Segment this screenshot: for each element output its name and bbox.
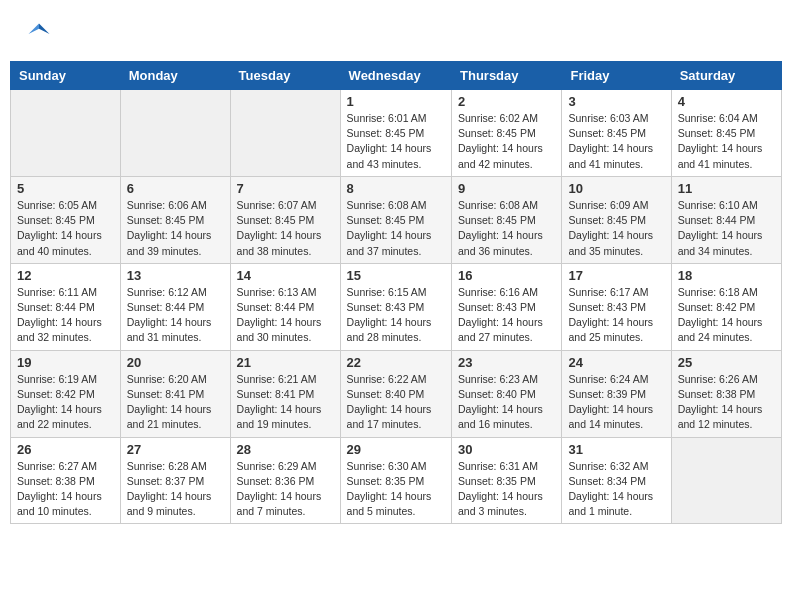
calendar-cell: 20Sunrise: 6:20 AM Sunset: 8:41 PM Dayli… <box>120 350 230 437</box>
day-number: 23 <box>458 355 555 370</box>
day-number: 3 <box>568 94 664 109</box>
day-info: Sunrise: 6:28 AM Sunset: 8:37 PM Dayligh… <box>127 459 224 520</box>
day-info: Sunrise: 6:24 AM Sunset: 8:39 PM Dayligh… <box>568 372 664 433</box>
day-info: Sunrise: 6:03 AM Sunset: 8:45 PM Dayligh… <box>568 111 664 172</box>
calendar-cell <box>230 90 340 177</box>
day-number: 6 <box>127 181 224 196</box>
day-info: Sunrise: 6:08 AM Sunset: 8:45 PM Dayligh… <box>347 198 445 259</box>
calendar-cell: 30Sunrise: 6:31 AM Sunset: 8:35 PM Dayli… <box>452 437 562 524</box>
day-number: 25 <box>678 355 775 370</box>
day-number: 11 <box>678 181 775 196</box>
day-info: Sunrise: 6:31 AM Sunset: 8:35 PM Dayligh… <box>458 459 555 520</box>
calendar-cell: 3Sunrise: 6:03 AM Sunset: 8:45 PM Daylig… <box>562 90 671 177</box>
day-number: 24 <box>568 355 664 370</box>
calendar-cell <box>11 90 121 177</box>
day-info: Sunrise: 6:20 AM Sunset: 8:41 PM Dayligh… <box>127 372 224 433</box>
calendar-cell: 1Sunrise: 6:01 AM Sunset: 8:45 PM Daylig… <box>340 90 451 177</box>
calendar-cell: 25Sunrise: 6:26 AM Sunset: 8:38 PM Dayli… <box>671 350 781 437</box>
calendar-cell: 31Sunrise: 6:32 AM Sunset: 8:34 PM Dayli… <box>562 437 671 524</box>
day-info: Sunrise: 6:27 AM Sunset: 8:38 PM Dayligh… <box>17 459 114 520</box>
day-info: Sunrise: 6:32 AM Sunset: 8:34 PM Dayligh… <box>568 459 664 520</box>
svg-marker-1 <box>29 24 40 35</box>
day-number: 4 <box>678 94 775 109</box>
calendar-week-row: 1Sunrise: 6:01 AM Sunset: 8:45 PM Daylig… <box>11 90 782 177</box>
logo <box>25 20 57 48</box>
day-info: Sunrise: 6:23 AM Sunset: 8:40 PM Dayligh… <box>458 372 555 433</box>
day-number: 17 <box>568 268 664 283</box>
calendar-week-row: 12Sunrise: 6:11 AM Sunset: 8:44 PM Dayli… <box>11 263 782 350</box>
calendar-cell: 23Sunrise: 6:23 AM Sunset: 8:40 PM Dayli… <box>452 350 562 437</box>
calendar-cell: 24Sunrise: 6:24 AM Sunset: 8:39 PM Dayli… <box>562 350 671 437</box>
day-number: 8 <box>347 181 445 196</box>
day-info: Sunrise: 6:15 AM Sunset: 8:43 PM Dayligh… <box>347 285 445 346</box>
day-number: 29 <box>347 442 445 457</box>
day-info: Sunrise: 6:08 AM Sunset: 8:45 PM Dayligh… <box>458 198 555 259</box>
calendar-week-row: 5Sunrise: 6:05 AM Sunset: 8:45 PM Daylig… <box>11 176 782 263</box>
calendar-cell <box>120 90 230 177</box>
day-info: Sunrise: 6:06 AM Sunset: 8:45 PM Dayligh… <box>127 198 224 259</box>
page-header <box>10 10 782 53</box>
calendar-cell: 11Sunrise: 6:10 AM Sunset: 8:44 PM Dayli… <box>671 176 781 263</box>
calendar-cell: 26Sunrise: 6:27 AM Sunset: 8:38 PM Dayli… <box>11 437 121 524</box>
calendar-table: SundayMondayTuesdayWednesdayThursdayFrid… <box>10 61 782 524</box>
weekday-header: Saturday <box>671 62 781 90</box>
day-number: 27 <box>127 442 224 457</box>
day-info: Sunrise: 6:09 AM Sunset: 8:45 PM Dayligh… <box>568 198 664 259</box>
calendar-cell: 12Sunrise: 6:11 AM Sunset: 8:44 PM Dayli… <box>11 263 121 350</box>
day-number: 26 <box>17 442 114 457</box>
weekday-header: Wednesday <box>340 62 451 90</box>
calendar-cell: 9Sunrise: 6:08 AM Sunset: 8:45 PM Daylig… <box>452 176 562 263</box>
day-info: Sunrise: 6:29 AM Sunset: 8:36 PM Dayligh… <box>237 459 334 520</box>
calendar-cell: 27Sunrise: 6:28 AM Sunset: 8:37 PM Dayli… <box>120 437 230 524</box>
day-info: Sunrise: 6:02 AM Sunset: 8:45 PM Dayligh… <box>458 111 555 172</box>
calendar-cell: 16Sunrise: 6:16 AM Sunset: 8:43 PM Dayli… <box>452 263 562 350</box>
day-number: 12 <box>17 268 114 283</box>
day-number: 10 <box>568 181 664 196</box>
day-info: Sunrise: 6:30 AM Sunset: 8:35 PM Dayligh… <box>347 459 445 520</box>
day-number: 7 <box>237 181 334 196</box>
day-info: Sunrise: 6:01 AM Sunset: 8:45 PM Dayligh… <box>347 111 445 172</box>
calendar-cell: 10Sunrise: 6:09 AM Sunset: 8:45 PM Dayli… <box>562 176 671 263</box>
logo-icon <box>25 20 53 48</box>
calendar-week-row: 19Sunrise: 6:19 AM Sunset: 8:42 PM Dayli… <box>11 350 782 437</box>
weekday-header: Friday <box>562 62 671 90</box>
weekday-header: Monday <box>120 62 230 90</box>
day-info: Sunrise: 6:16 AM Sunset: 8:43 PM Dayligh… <box>458 285 555 346</box>
calendar-cell <box>671 437 781 524</box>
day-info: Sunrise: 6:26 AM Sunset: 8:38 PM Dayligh… <box>678 372 775 433</box>
day-info: Sunrise: 6:11 AM Sunset: 8:44 PM Dayligh… <box>17 285 114 346</box>
day-info: Sunrise: 6:13 AM Sunset: 8:44 PM Dayligh… <box>237 285 334 346</box>
calendar-cell: 29Sunrise: 6:30 AM Sunset: 8:35 PM Dayli… <box>340 437 451 524</box>
day-info: Sunrise: 6:05 AM Sunset: 8:45 PM Dayligh… <box>17 198 114 259</box>
day-info: Sunrise: 6:04 AM Sunset: 8:45 PM Dayligh… <box>678 111 775 172</box>
calendar-cell: 13Sunrise: 6:12 AM Sunset: 8:44 PM Dayli… <box>120 263 230 350</box>
calendar-cell: 4Sunrise: 6:04 AM Sunset: 8:45 PM Daylig… <box>671 90 781 177</box>
day-number: 21 <box>237 355 334 370</box>
day-info: Sunrise: 6:18 AM Sunset: 8:42 PM Dayligh… <box>678 285 775 346</box>
day-number: 20 <box>127 355 224 370</box>
day-info: Sunrise: 6:07 AM Sunset: 8:45 PM Dayligh… <box>237 198 334 259</box>
day-info: Sunrise: 6:19 AM Sunset: 8:42 PM Dayligh… <box>17 372 114 433</box>
day-number: 30 <box>458 442 555 457</box>
calendar-header-row: SundayMondayTuesdayWednesdayThursdayFrid… <box>11 62 782 90</box>
day-number: 18 <box>678 268 775 283</box>
day-number: 9 <box>458 181 555 196</box>
day-info: Sunrise: 6:10 AM Sunset: 8:44 PM Dayligh… <box>678 198 775 259</box>
calendar-week-row: 26Sunrise: 6:27 AM Sunset: 8:38 PM Dayli… <box>11 437 782 524</box>
svg-marker-0 <box>39 24 50 35</box>
calendar-cell: 6Sunrise: 6:06 AM Sunset: 8:45 PM Daylig… <box>120 176 230 263</box>
day-number: 28 <box>237 442 334 457</box>
calendar-cell: 15Sunrise: 6:15 AM Sunset: 8:43 PM Dayli… <box>340 263 451 350</box>
calendar-cell: 2Sunrise: 6:02 AM Sunset: 8:45 PM Daylig… <box>452 90 562 177</box>
day-number: 22 <box>347 355 445 370</box>
calendar-cell: 8Sunrise: 6:08 AM Sunset: 8:45 PM Daylig… <box>340 176 451 263</box>
calendar-cell: 21Sunrise: 6:21 AM Sunset: 8:41 PM Dayli… <box>230 350 340 437</box>
day-number: 31 <box>568 442 664 457</box>
calendar-cell: 28Sunrise: 6:29 AM Sunset: 8:36 PM Dayli… <box>230 437 340 524</box>
calendar-cell: 19Sunrise: 6:19 AM Sunset: 8:42 PM Dayli… <box>11 350 121 437</box>
day-number: 14 <box>237 268 334 283</box>
calendar-cell: 17Sunrise: 6:17 AM Sunset: 8:43 PM Dayli… <box>562 263 671 350</box>
day-info: Sunrise: 6:21 AM Sunset: 8:41 PM Dayligh… <box>237 372 334 433</box>
day-number: 19 <box>17 355 114 370</box>
day-info: Sunrise: 6:17 AM Sunset: 8:43 PM Dayligh… <box>568 285 664 346</box>
